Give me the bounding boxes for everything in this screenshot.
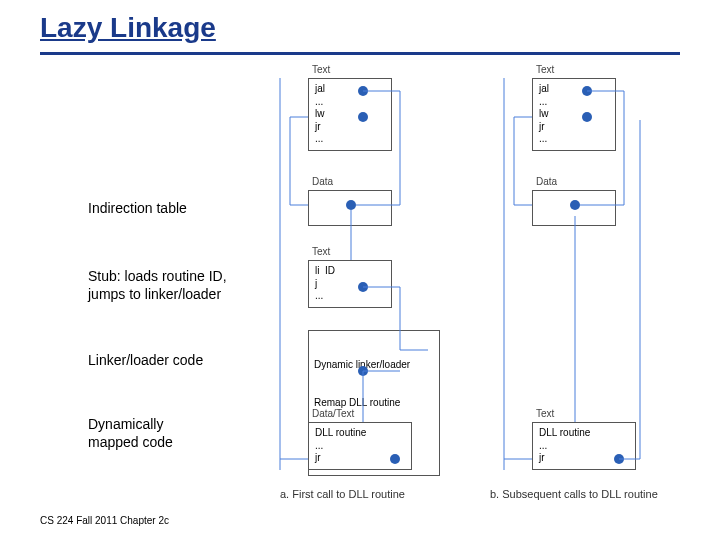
dot-icon	[390, 454, 400, 464]
slide-title: Lazy Linkage	[40, 12, 216, 44]
a-data-label: Data	[312, 176, 333, 187]
dot-icon	[358, 366, 368, 376]
dot-icon	[358, 282, 368, 292]
a-stub-label: Text	[312, 246, 330, 257]
a-caption: a. First call to DLL routine	[280, 488, 405, 500]
b-caption: b. Subsequent calls to DLL routine	[490, 488, 658, 500]
a-text-label: Text	[312, 64, 330, 75]
dot-icon	[358, 112, 368, 122]
b-dll-label: Text	[536, 408, 554, 419]
annotation-stub: Stub: loads routine ID, jumps to linker/…	[88, 268, 227, 303]
b-text-label: Text	[536, 64, 554, 75]
dot-icon	[582, 86, 592, 96]
a-dll-label: Data/Text	[312, 408, 354, 419]
dot-icon	[614, 454, 624, 464]
dot-icon	[358, 86, 368, 96]
dot-icon	[570, 200, 580, 210]
a-linker-title: Dynamic linker/loader	[314, 359, 434, 372]
b-data-label: Data	[536, 176, 557, 187]
title-underline	[40, 52, 680, 55]
annotation-mapped-code: Dynamically mapped code	[88, 416, 173, 451]
annotation-indirection-table: Indirection table	[88, 200, 187, 218]
annotation-linker-loader: Linker/loader code	[88, 352, 203, 370]
slide-footer: CS 224 Fall 2011 Chapter 2c	[40, 515, 169, 526]
a-text-box: jal ... lw jr ...	[308, 78, 392, 151]
a-stub-box: li ID j ...	[308, 260, 392, 308]
b-text-box: jal ... lw jr ...	[532, 78, 616, 151]
dot-icon	[582, 112, 592, 122]
dot-icon	[346, 200, 356, 210]
